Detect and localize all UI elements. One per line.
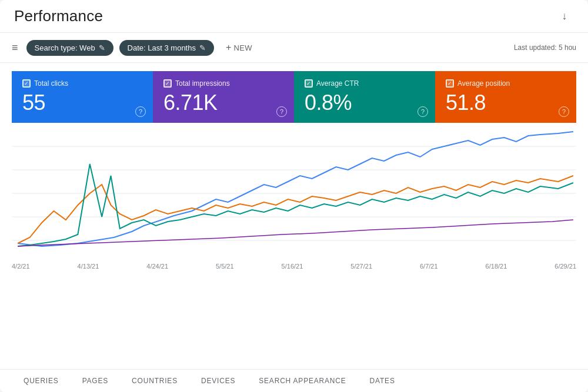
x-label-1: 4/2/21 — [12, 263, 30, 270]
tab-devices[interactable]: DEVICES — [189, 370, 247, 392]
top-bar: Performance ↓ — [0, 0, 588, 33]
tab-countries[interactable]: COUNTRIES — [120, 370, 189, 392]
average-position-card[interactable]: Average position 51.8 ? — [435, 71, 576, 123]
total-clicks-checkbox — [22, 79, 31, 88]
tab-queries[interactable]: QUERIES — [12, 370, 71, 392]
new-button[interactable]: + NEW — [220, 39, 258, 56]
search-type-label: Search type: Web — [35, 43, 95, 52]
total-clicks-label: Total clicks — [34, 79, 68, 88]
date-edit-icon: ✎ — [199, 43, 206, 52]
total-impressions-header: Total impressions — [163, 79, 283, 88]
metrics-row: Total clicks 55 ? Total impressions 6.71… — [0, 63, 588, 123]
performance-chart[interactable] — [12, 129, 576, 258]
date-label: Date: Last 3 months — [128, 43, 196, 52]
x-label-4: 5/5/21 — [216, 263, 234, 270]
total-clicks-card[interactable]: Total clicks 55 ? — [12, 71, 153, 123]
average-position-label: Average position — [457, 79, 510, 88]
x-label-6: 5/27/21 — [350, 263, 372, 270]
x-label-3: 4/24/21 — [146, 263, 168, 270]
total-clicks-value: 55 — [22, 91, 142, 115]
x-label-7: 6/7/21 — [420, 263, 438, 270]
average-ctr-checkbox — [305, 79, 313, 88]
total-impressions-help[interactable]: ? — [276, 106, 287, 117]
x-label-5: 5/16/21 — [282, 263, 303, 270]
total-impressions-value: 6.71K — [163, 91, 283, 115]
average-position-help[interactable]: ? — [559, 106, 569, 117]
search-type-chip[interactable]: Search type: Web ✎ — [26, 40, 113, 56]
download-button[interactable]: ↓ — [555, 7, 574, 26]
x-axis-labels: 4/2/21 4/13/21 4/24/21 5/5/21 5/16/21 5/… — [12, 260, 576, 270]
total-impressions-label: Total impressions — [175, 79, 230, 88]
tab-dates[interactable]: DATES — [358, 370, 407, 392]
average-ctr-help[interactable]: ? — [417, 106, 428, 117]
average-ctr-header: Average CTR — [305, 79, 425, 88]
last-updated: Last updated: 5 hou — [514, 43, 576, 52]
x-label-2: 4/13/21 — [78, 263, 99, 270]
tab-search-appearance[interactable]: SEARCH APPEARANCE — [247, 370, 358, 392]
total-clicks-header: Total clicks — [22, 79, 142, 88]
bottom-tabs: QUERIES PAGES COUNTRIES DEVICES SEARCH A… — [0, 369, 588, 392]
x-label-8: 6/18/21 — [486, 263, 507, 270]
total-clicks-help[interactable]: ? — [135, 106, 146, 117]
x-label-9: 6/29/21 — [554, 263, 576, 270]
filter-icon[interactable]: ≡ — [12, 42, 18, 54]
average-position-checkbox — [446, 79, 454, 88]
average-position-value: 51.8 — [446, 91, 566, 115]
performance-page: Performance ↓ ≡ Search type: Web ✎ Date:… — [0, 0, 588, 392]
tab-pages[interactable]: PAGES — [71, 370, 120, 392]
average-position-header: Average position — [446, 79, 566, 88]
total-impressions-card[interactable]: Total impressions 6.71K ? — [153, 71, 294, 123]
average-ctr-value: 0.8% — [305, 91, 425, 115]
chart-area: 4/2/21 4/13/21 4/24/21 5/5/21 5/16/21 5/… — [0, 123, 588, 369]
toolbar: ≡ Search type: Web ✎ Date: Last 3 months… — [0, 33, 588, 63]
search-type-edit-icon: ✎ — [99, 43, 105, 52]
date-chip[interactable]: Date: Last 3 months ✎ — [119, 40, 214, 56]
average-ctr-label: Average CTR — [316, 79, 359, 88]
total-impressions-checkbox — [163, 79, 172, 88]
new-button-label: NEW — [234, 43, 252, 52]
page-title: Performance — [14, 7, 103, 25]
plus-icon: + — [226, 42, 232, 53]
average-ctr-card[interactable]: Average CTR 0.8% ? — [294, 71, 435, 123]
